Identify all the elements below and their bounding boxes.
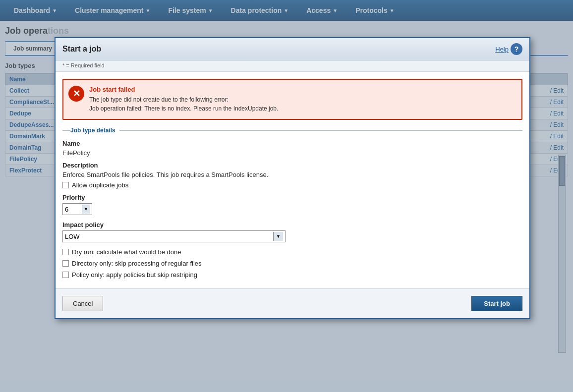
policy-only-label: Policy only: apply policies but skip res… [72, 271, 197, 279]
cancel-button[interactable]: Cancel [62, 296, 103, 311]
error-message-line1: The job type did not create due to the f… [89, 95, 516, 104]
priority-select[interactable]: 6 ▼ [62, 203, 92, 215]
dry-run-row: Dry run: calculate what would be done [62, 248, 522, 256]
section-title: Job type details [70, 127, 119, 134]
allow-duplicate-checkbox[interactable] [62, 182, 69, 188]
modal-header: Start a job Help ? [56, 38, 529, 60]
directory-only-label: Directory only: skip processing of regul… [72, 260, 202, 267]
description-value: Enforce SmartPools file policies. This j… [62, 171, 522, 178]
directory-only-row: Directory only: skip processing of regul… [62, 260, 522, 267]
directory-only-checkbox[interactable] [62, 260, 69, 267]
error-title: Job start failed [89, 86, 516, 93]
error-icon: ✕ [68, 86, 84, 102]
error-box: ✕ Job start failed The job type did not … [62, 79, 522, 120]
policy-only-checkbox[interactable] [62, 272, 69, 278]
error-content: Job start failed The job type did not cr… [89, 86, 516, 113]
form-section: Job type details Name FilePolicy Descrip… [62, 127, 522, 279]
impact-dropdown-arrow: ▼ [273, 232, 283, 241]
modal-footer: Cancel Start job [56, 288, 529, 318]
priority-label: Priority [62, 194, 522, 201]
impact-policy-select[interactable]: LOW ▼ [62, 230, 286, 242]
start-job-modal: Start a job Help ? * = Required field ✕ … [55, 37, 530, 319]
help-link[interactable]: Help ? [495, 43, 522, 55]
section-divider [119, 130, 522, 131]
required-note: * = Required field [56, 60, 529, 72]
priority-dropdown-arrow: ▼ [82, 205, 90, 214]
dry-run-checkbox[interactable] [62, 249, 69, 255]
start-job-button[interactable]: Start job [471, 296, 522, 311]
description-label: Description [62, 162, 522, 169]
allow-duplicate-row: Allow duplicate jobs [62, 181, 522, 189]
impact-policy-label: Impact policy [62, 221, 522, 228]
impact-policy-value: LOW [65, 233, 273, 240]
name-value: FilePolicy [62, 149, 522, 157]
section-title-bar: Job type details [62, 127, 522, 134]
name-label: Name [62, 140, 522, 147]
dry-run-label: Dry run: calculate what would be done [72, 248, 181, 256]
priority-value: 6 [65, 206, 82, 213]
help-icon: ? [511, 43, 522, 55]
error-message-line2: Job operation failed: There is no index.… [89, 104, 516, 113]
policy-only-row: Policy only: apply policies but skip res… [62, 271, 522, 279]
allow-duplicate-label: Allow duplicate jobs [72, 181, 128, 189]
modal-title: Start a job [62, 45, 101, 54]
